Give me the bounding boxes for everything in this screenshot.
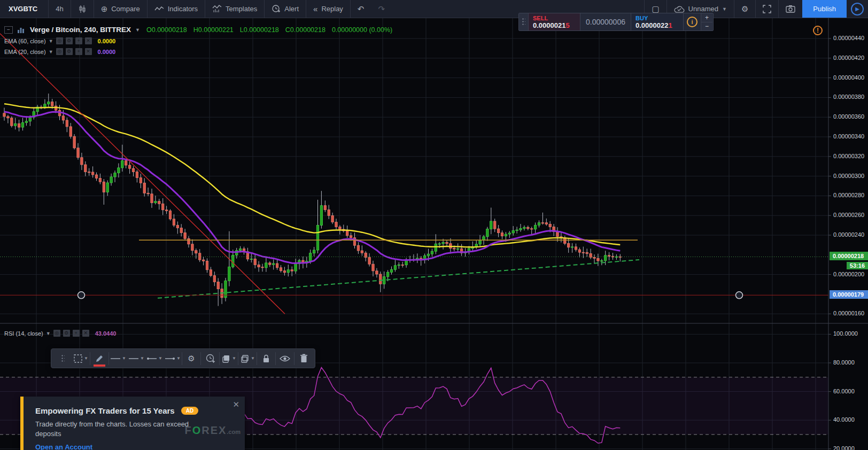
ohlc-low: L0.00000218: [240, 26, 279, 34]
toolbar-drag-handle[interactable]: [53, 349, 72, 368]
visibility-button[interactable]: [276, 349, 294, 368]
warning-icon[interactable]: !: [813, 26, 823, 35]
play-button[interactable]: ▶: [851, 3, 864, 15]
ad-title: Empowering FX Traders for 15 Years: [35, 406, 175, 415]
price-axis-tick: 0.00000160: [833, 310, 864, 316]
alarm-plus-icon: [205, 353, 215, 363]
indicator-name[interactable]: EMA (20, close): [4, 49, 46, 55]
close-icon[interactable]: ✕: [82, 330, 89, 337]
ohlc-open: O0.00000218: [146, 26, 187, 34]
select-tool-button[interactable]: ▼: [72, 349, 90, 368]
chevron-down-icon: ▼: [251, 356, 255, 361]
chart-legend: − Verge / Bitcoin, 240, BITTREX ▼ O0.000…: [4, 25, 392, 56]
close-icon[interactable]: ✕: [85, 37, 92, 44]
eye-icon[interactable]: ◎: [56, 48, 63, 55]
redo-button[interactable]: ↷: [371, 0, 392, 18]
rsi-legend: RSI (14, close) ▼ ◎ ⚙ + ✕ 43.0440: [4, 327, 116, 338]
eye-icon: [280, 355, 290, 362]
color-tool-button[interactable]: [90, 349, 108, 368]
chart-style-button[interactable]: [71, 0, 94, 18]
drag-dots-icon: [61, 354, 65, 363]
add-icon[interactable]: +: [75, 48, 82, 55]
chart-canvas[interactable]: [0, 0, 868, 450]
gear-icon[interactable]: ⚙: [66, 37, 73, 44]
layout-name-label: Unnamed: [688, 5, 718, 13]
spread-value: 0.00000006: [586, 18, 625, 26]
fullscreen-button[interactable]: [756, 0, 778, 18]
indicators-button[interactable]: Indicators: [148, 0, 205, 18]
line-start-cap-button[interactable]: ▼: [145, 349, 164, 368]
settings-button[interactable]: ⚙: [734, 0, 755, 18]
price-axis-tick: 0.00000420: [833, 55, 864, 61]
chevron-down-icon: ▼: [122, 356, 126, 361]
gear-icon[interactable]: ⚙: [66, 48, 73, 55]
collapse-button[interactable]: −: [701, 22, 712, 31]
price-axis-tick: 0.00000200: [833, 271, 864, 277]
add-icon[interactable]: +: [75, 37, 82, 44]
templates-icon: [212, 5, 222, 13]
line-icon: [110, 356, 121, 361]
add-icon[interactable]: +: [73, 330, 80, 337]
line-width-button[interactable]: ▼: [127, 349, 145, 368]
bring-forward-button[interactable]: ▼: [220, 349, 238, 368]
price-axis[interactable]: 0.00000218 53:16 0.00000179 0.000004400.…: [828, 18, 868, 450]
alert-label: Alert: [284, 5, 299, 13]
chevron-down-icon[interactable]: ▼: [49, 38, 53, 44]
buy-price: 0.00000221: [636, 21, 679, 29]
symbol-button[interactable]: XVGBTC: [0, 0, 48, 18]
ad-close-icon[interactable]: ✕: [232, 400, 239, 409]
collapse-legend-button[interactable]: −: [4, 26, 13, 34]
indicator-wave-icon: [154, 5, 164, 13]
rsi-name[interactable]: RSI (14, close): [4, 330, 43, 337]
expand-button[interactable]: +: [701, 13, 712, 22]
close-icon[interactable]: ✕: [85, 48, 92, 55]
clone-button[interactable]: ▼: [238, 349, 257, 368]
chevron-down-icon[interactable]: ▼: [49, 49, 53, 55]
order-widget: SELL 0.00000215 0.00000006 BUY 0.0000022…: [518, 13, 714, 31]
drawing-settings-button[interactable]: ⚙: [182, 349, 200, 368]
eye-icon[interactable]: ◎: [53, 330, 60, 337]
buy-button[interactable]: BUY 0.00000221: [631, 13, 684, 30]
indicator-name[interactable]: EMA (60, close): [4, 38, 46, 44]
clone-icon: [240, 354, 250, 363]
price-axis-tick: 0.00000280: [833, 192, 864, 198]
widget-drag-handle[interactable]: [519, 13, 529, 30]
lock-button[interactable]: [257, 349, 275, 368]
chevron-down-icon: ▼: [232, 356, 236, 361]
ohlc-change: 0.00000000 (0.00%): [332, 26, 392, 34]
alert-button[interactable]: Alert: [265, 0, 306, 18]
info-button[interactable]: i: [684, 13, 701, 30]
line-style-button[interactable]: ▼: [109, 349, 127, 368]
interval-button[interactable]: 4h: [49, 0, 70, 18]
price-axis-tick: 0.00000300: [833, 173, 864, 179]
price-axis-tick: 0.00000360: [833, 113, 864, 120]
rsi-axis-tick: 60.0000: [833, 388, 855, 394]
delete-button[interactable]: [294, 349, 313, 368]
dashed-square-icon: [73, 354, 83, 363]
chevron-down-icon[interactable]: ▼: [46, 331, 51, 336]
price-axis-tick: 0.00000400: [833, 74, 864, 81]
sell-button[interactable]: SELL 0.00000215: [529, 13, 580, 30]
pencil-icon: [95, 354, 104, 363]
ad-link[interactable]: Open an Account: [35, 443, 92, 450]
templates-button[interactable]: Templates: [205, 0, 264, 18]
indicator-value: 0.0000: [98, 49, 116, 55]
publish-button[interactable]: Publish: [802, 0, 847, 18]
sell-label: SELL: [533, 15, 576, 21]
snapshot-button[interactable]: [779, 0, 802, 18]
undo-button[interactable]: ↶: [351, 0, 371, 18]
lock-icon: [262, 354, 270, 363]
add-alert-button[interactable]: [201, 349, 219, 368]
eye-icon[interactable]: ◎: [56, 37, 63, 44]
gear-icon[interactable]: ⚙: [63, 330, 70, 337]
drawing-toolbar: ▼ ▼ ▼ ▼ ▼: [51, 348, 315, 368]
ad-brand-logo: FOREX.com: [184, 424, 241, 437]
compare-button[interactable]: ⊕ Compare: [94, 0, 147, 18]
chevron-down-icon: ▼: [140, 356, 144, 361]
replay-button[interactable]: « Replay: [306, 0, 350, 18]
series-title[interactable]: Verge / Bitcoin, 240, BITTREX: [30, 26, 131, 34]
line-end-cap-button[interactable]: ▼: [164, 349, 182, 368]
price-axis-tick: 0.00000340: [833, 133, 864, 139]
indicator-legend: EMA (60, close)▼◎⚙+✕0.0000EMA (20, close…: [4, 36, 392, 56]
chevron-down-icon[interactable]: ▼: [135, 27, 140, 33]
